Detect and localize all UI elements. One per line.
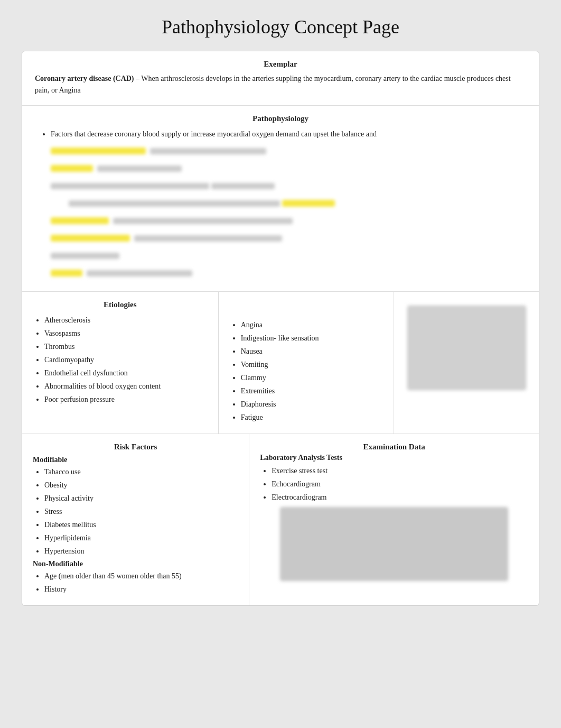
exemplar-section-title: Exemplar — [35, 60, 526, 69]
page-title: Pathophysiology Concept Page — [11, 16, 550, 38]
etiology-item-3: Cardiomyopathy — [44, 354, 208, 365]
mod-item-6: Hypertension — [44, 546, 238, 557]
exemplar-dash: – — [134, 75, 142, 82]
exam-data-column: Examination Data Laboratory Analysis Tes… — [249, 434, 539, 605]
etiologies-symptoms-section: Etiologies Atherosclerosis Vasospasms Th… — [22, 292, 539, 434]
etiology-item-0: Atherosclerosis — [44, 315, 208, 326]
main-card: Exemplar Coronary artery disease (CAD) –… — [22, 51, 539, 606]
etiologies-list: Atherosclerosis Vasospasms Thrombus Card… — [33, 315, 208, 405]
patho-list: Factors that decrease coronary blood sup… — [35, 128, 526, 140]
image-placeholder-top — [407, 306, 526, 390]
symptom-item-5: Extremities — [241, 385, 384, 397]
patho-section-title: Pathophysiology — [35, 114, 526, 123]
exam-item-0: Exercise stress test — [272, 465, 528, 476]
exemplar-section: Exemplar Coronary artery disease (CAD) –… — [22, 51, 539, 106]
exam-item-2: Electrocardiogram — [272, 492, 528, 503]
symptom-item-0: Angina — [241, 319, 384, 330]
exemplar-disease-label: Coronary artery disease (CAD) — [35, 75, 134, 82]
non-mod-item-1: History — [44, 584, 238, 595]
modifiable-list: Tabacco use Obesity Physical activity St… — [33, 466, 238, 557]
exam-subtitle: Laboratory Analysis Tests — [260, 454, 528, 462]
blurred-row-7 — [51, 248, 526, 262]
mod-item-5: Hyperlipidemia — [44, 532, 238, 543]
symptom-item-1: Indigestion- like sensation — [241, 333, 384, 344]
modifiable-label: Modifiable — [33, 456, 238, 464]
exam-title: Examination Data — [260, 443, 528, 451]
blurred-row-3 — [51, 178, 526, 192]
symptom-item-2: Nausea — [241, 346, 384, 357]
patho-bullet-visible: Factors that decrease coronary blood sup… — [51, 128, 526, 140]
blurred-row-1 — [51, 143, 526, 158]
non-modifiable-list: Age (men older than 45 women older than … — [33, 570, 238, 595]
pathophysiology-section: Pathophysiology Factors that decrease co… — [22, 106, 539, 292]
non-mod-item-0: Age (men older than 45 women older than … — [44, 570, 238, 582]
etiologies-title: Etiologies — [33, 300, 208, 309]
exemplar-text: Coronary artery disease (CAD) – When art… — [35, 73, 526, 97]
image-placeholder-bottom — [280, 507, 508, 581]
mod-item-1: Obesity — [44, 480, 238, 491]
exam-item-1: Echocardiogram — [272, 478, 528, 490]
etiology-item-2: Thrombus — [44, 341, 208, 352]
etiology-item-6: Poor perfusion pressure — [44, 394, 208, 405]
symptoms-column: Angina Indigestion- like sensation Nause… — [219, 292, 395, 434]
symptoms-list: Angina Indigestion- like sensation Nause… — [229, 319, 384, 423]
symptom-item-7: Fatigue — [241, 412, 384, 423]
blurred-row-2 — [51, 161, 526, 175]
mod-item-2: Physical activity — [44, 493, 238, 504]
etiology-item-1: Vasospasms — [44, 328, 208, 339]
mod-item-0: Tabacco use — [44, 466, 238, 477]
risk-exam-section: Risk Factors Modifiable Tabacco use Obes… — [22, 434, 539, 605]
symptom-item-3: Vomiting — [241, 359, 384, 370]
mod-item-4: Diabetes mellitus — [44, 519, 238, 530]
risk-factors-column: Risk Factors Modifiable Tabacco use Obes… — [22, 434, 249, 605]
blurred-row-8 — [51, 265, 526, 280]
blurred-row-4 — [51, 196, 526, 210]
symptom-item-4: Clammy — [241, 372, 384, 383]
etiology-item-4: Endothelial cell dysfunction — [44, 367, 208, 379]
risk-factors-title: Risk Factors — [33, 443, 238, 451]
etiology-item-5: Abnormalities of blood oxygen content — [44, 381, 208, 392]
blurred-row-6 — [51, 231, 526, 245]
etiologies-column: Etiologies Atherosclerosis Vasospasms Th… — [22, 292, 219, 434]
non-modifiable-label: Non-Modifiable — [33, 560, 238, 568]
image-column-top — [394, 292, 539, 434]
mod-item-3: Stress — [44, 506, 238, 517]
symptom-item-6: Diaphoresis — [241, 399, 384, 410]
blurred-row-5 — [51, 213, 526, 227]
exam-list: Exercise stress test Echocardiogram Elec… — [260, 465, 528, 503]
